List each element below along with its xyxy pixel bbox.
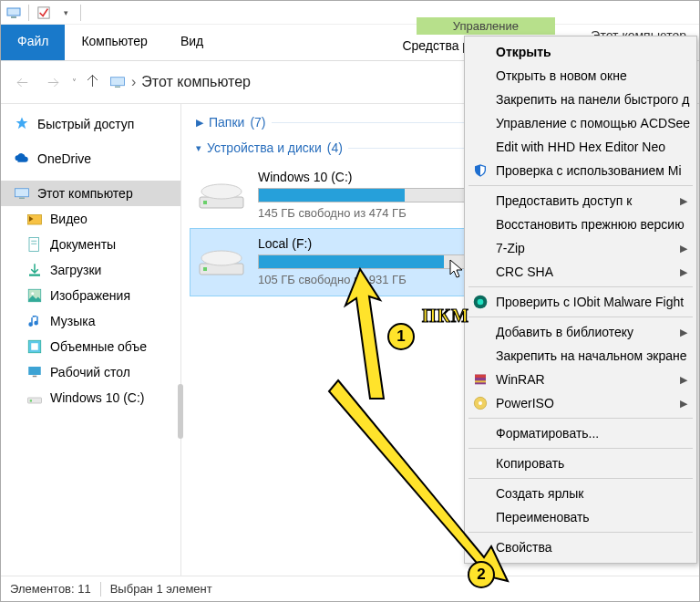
pc-icon (109, 74, 126, 90)
svg-rect-18 (33, 376, 37, 378)
sidebar-item-label: Документы (50, 237, 116, 252)
sidebar-item-label: Быстрый доступ (37, 117, 134, 131)
ribbon-tab-file[interactable]: Файл (1, 25, 65, 60)
sidebar-item[interactable]: Изображения (1, 283, 180, 308)
sidebar-item[interactable]: Рабочий стол (1, 359, 180, 385)
forward-button[interactable]: 🡢 (41, 70, 65, 94)
svg-rect-31 (475, 380, 486, 382)
menu-item-label: Добавить в библиотеку (496, 325, 633, 339)
svg-rect-17 (28, 367, 41, 375)
recent-dropdown-icon[interactable]: ˅ (72, 78, 77, 88)
sidebar-item[interactable]: Загрузки (1, 257, 180, 283)
sidebar-item[interactable]: Windows 10 (C:) (1, 385, 180, 410)
folder-icon (26, 338, 43, 355)
folder-icon (26, 262, 43, 278)
sidebar-item-label: Windows 10 (C:) (50, 390, 144, 405)
menu-item-label: Форматировать... (496, 426, 599, 441)
context-menu-item[interactable]: Свойства (465, 535, 696, 559)
chevron-right-icon: ▶ (196, 117, 203, 129)
svg-rect-20 (30, 400, 32, 401)
checkbox-icon[interactable] (36, 5, 51, 20)
sidebar-this-pc[interactable]: Этот компьютер (1, 181, 180, 206)
folder-icon (26, 211, 43, 227)
status-bar: Элементов: 11 Выбран 1 элемент (1, 576, 699, 601)
submenu-arrow-icon: ▶ (680, 266, 687, 278)
menu-item-label: Проверить с IObit Malware Fight (496, 295, 684, 309)
submenu-arrow-icon: ▶ (680, 374, 687, 386)
context-menu-item[interactable]: Копировать (465, 452, 696, 475)
sidebar-item[interactable]: Документы (1, 232, 180, 257)
folder-icon (26, 287, 43, 304)
sidebar-item-label: Рабочий стол (50, 365, 130, 379)
context-menu-item[interactable]: WinRAR▶ (465, 368, 696, 391)
capacity-bar (258, 188, 468, 202)
winrar-icon (472, 371, 489, 388)
sidebar-quick-access[interactable]: Быстрый доступ (1, 111, 180, 137)
folder-icon (26, 364, 43, 380)
poweriso-icon (472, 395, 489, 411)
context-menu-item[interactable]: Открыть в новом окне (465, 64, 696, 88)
submenu-arrow-icon: ▶ (680, 327, 687, 338)
context-menu-item[interactable]: Проверить с IObit Malware Fight (465, 290, 696, 314)
qat-dropdown-icon[interactable]: ▾ (58, 5, 73, 20)
group-count: (7) (250, 115, 265, 130)
context-menu-item[interactable]: Открыть (465, 40, 696, 64)
sidebar-item[interactable]: Видео (1, 206, 180, 232)
context-menu-item[interactable]: Edit with HHD Hex Editor Neo (465, 135, 696, 159)
capacity-bar (258, 254, 468, 269)
qat-sep2 (80, 5, 81, 21)
quick-access-toolbar: ▾ (1, 1, 699, 25)
ribbon-tab-view[interactable]: Вид (164, 25, 220, 60)
menu-item-label: Закрепить на панели быстрого д (496, 92, 689, 107)
pc-icon (14, 185, 30, 202)
svg-rect-9 (29, 238, 39, 252)
menu-item-label: Закрепить на начальном экране (496, 348, 687, 363)
cursor-icon (449, 259, 466, 282)
svg-rect-0 (7, 8, 20, 16)
menu-item-label: Открыть в новом окне (496, 68, 627, 83)
group-label: Папки (209, 115, 244, 130)
context-menu-item[interactable]: Проверка с использованием Mi (465, 159, 696, 182)
context-menu-item[interactable]: Добавить в библиотеку▶ (465, 320, 696, 344)
context-menu-item[interactable]: Форматировать... (465, 421, 696, 445)
context-menu-item[interactable]: Создать ярлык (465, 482, 696, 505)
svg-point-28 (478, 299, 484, 306)
context-menu: ОткрытьОткрыть в новом окнеЗакрепить на … (464, 36, 697, 564)
context-menu-item[interactable]: PowerISO▶ (465, 391, 696, 415)
sidebar-item-label: Этот компьютер (37, 186, 133, 201)
context-menu-item[interactable]: Переименовать (465, 505, 696, 529)
context-menu-item[interactable]: Закрепить на начальном экране (465, 344, 696, 368)
context-menu-item[interactable]: Восстановить прежнюю версию (465, 213, 696, 236)
svg-rect-4 (115, 87, 120, 88)
star-icon (14, 116, 30, 132)
sidebar-onedrive[interactable]: OneDrive (1, 146, 180, 171)
svg-rect-6 (19, 198, 25, 200)
sidebar-item-label: Музыка (50, 314, 96, 328)
sidebar-item[interactable]: Музыка (1, 308, 180, 334)
sidebar-item-label: Объемные объе (50, 339, 147, 354)
context-menu-item[interactable]: Закрепить на панели быстрого д (465, 88, 696, 111)
pc-mini-icon (6, 5, 21, 20)
menu-item-label: Предоставить доступ к (496, 193, 632, 208)
context-menu-item[interactable]: CRC SHA▶ (465, 260, 696, 284)
context-menu-item[interactable]: 7-Zip▶ (465, 236, 696, 260)
iobit-icon (472, 294, 489, 310)
chevron-down-icon: ▾ (196, 142, 201, 154)
ribbon-ctx-header: Управление (417, 17, 555, 35)
status-item-count: Элементов: 11 (10, 582, 91, 596)
svg-rect-25 (203, 267, 207, 271)
back-button[interactable]: 🡠 (10, 70, 34, 94)
sidebar-item-label: OneDrive (37, 151, 91, 166)
breadcrumb[interactable]: › Этот компьютер (109, 74, 251, 90)
shield-icon (472, 162, 489, 179)
sidebar-item[interactable]: Объемные объе (1, 334, 180, 359)
svg-rect-16 (31, 343, 38, 350)
context-menu-item[interactable]: Управление с помощью ACDSee (465, 111, 696, 135)
up-button[interactable]: 🡡 (84, 74, 102, 90)
context-menu-item[interactable]: Предоставить доступ к▶ (465, 189, 696, 213)
menu-item-label: CRC SHA (496, 265, 553, 279)
breadcrumb-location: Этот компьютер (141, 74, 251, 90)
folder-icon (26, 236, 43, 253)
ribbon-tab-computer[interactable]: Компьютер (65, 25, 163, 60)
menu-item-label: Проверка с использованием Mi (496, 163, 682, 178)
